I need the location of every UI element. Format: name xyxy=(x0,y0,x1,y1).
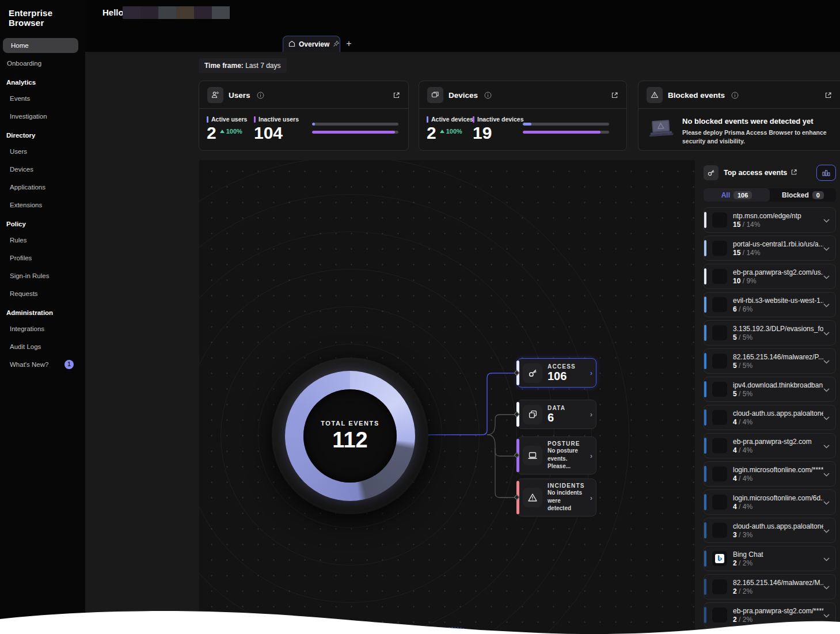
sidebar-item-label: Extensions xyxy=(10,202,42,208)
chevron-down-icon[interactable] xyxy=(823,299,835,310)
node-card-posture[interactable]: POSTURENo posture events. Please...› xyxy=(517,436,596,474)
event-domain: ipv4.download.thinkbroadban... xyxy=(733,381,823,389)
chevron-down-icon[interactable] xyxy=(823,271,835,282)
warning-icon xyxy=(647,87,663,103)
access-event-row[interactable]: login.microsoftonline.com/****4 / 4% xyxy=(704,461,836,487)
access-event-row[interactable]: Bing Chat2 / 2% xyxy=(704,546,836,571)
favicon-placeholder xyxy=(712,212,727,227)
access-event-row[interactable]: ntp.msn.com/edge/ntp15 / 14% xyxy=(704,207,836,233)
external-link-icon[interactable] xyxy=(393,92,400,99)
access-event-row[interactable]: 3.135.192.3/DLP/evasions_fo...5 / 5% xyxy=(704,320,836,346)
active-users-value: 2 xyxy=(207,124,216,142)
sidebar-item-home[interactable]: Home xyxy=(3,38,78,53)
topbar: Hello, Overview + xyxy=(85,0,840,52)
event-count: 4 / 4% xyxy=(733,446,812,454)
inactive-users-label: Inactive users xyxy=(259,116,299,123)
tab-overview[interactable]: Overview xyxy=(283,36,340,52)
info-icon[interactable] xyxy=(731,92,739,99)
access-event-row[interactable]: evil-rbi.s3-website-us-west-1....6 / 6% xyxy=(704,292,836,317)
chevron-down-icon[interactable] xyxy=(823,525,835,536)
active-devices-bar xyxy=(523,123,531,126)
chevron-right-icon: › xyxy=(590,451,592,460)
node-card-incidents[interactable]: INCIDENTSNo incidents were detected› xyxy=(517,479,596,517)
sidebar-item-label: Rules xyxy=(10,237,26,244)
active-marker xyxy=(427,116,428,123)
external-link-icon[interactable] xyxy=(611,92,618,99)
favicon-placeholder xyxy=(712,297,727,312)
chevron-down-icon[interactable] xyxy=(823,412,835,423)
laptop-illustration xyxy=(648,117,674,142)
sidebar-item-what-s-new-[interactable]: 1What's New? xyxy=(0,356,85,373)
sidebar-item-requests[interactable]: Requests xyxy=(0,286,85,302)
access-event-row[interactable]: cloud-auth.us.apps.paloaltone...3 / 3% xyxy=(704,518,836,543)
chevron-down-icon[interactable] xyxy=(823,384,835,394)
devices-bars xyxy=(523,123,609,134)
sidebar-item-investigation[interactable]: Investigation xyxy=(0,108,85,124)
event-count: 5 / 5% xyxy=(733,390,823,398)
info-icon[interactable] xyxy=(484,92,492,99)
sidebar-item-onboarding[interactable]: Onboarding xyxy=(0,55,85,71)
sidebar-item-sign-in-rules[interactable]: Sign-in Rules xyxy=(0,268,85,284)
timeframe-chip[interactable]: Time frame: Last 7 days xyxy=(199,58,287,73)
sidebar-item-applications[interactable]: Applications xyxy=(0,179,85,195)
tab-overview-label: Overview xyxy=(299,40,329,48)
active-users-stat: Active users 2 100% xyxy=(207,116,247,142)
access-event-row[interactable]: 82.165.215.146/malwarez/P...5 / 5% xyxy=(704,348,836,374)
users-icon xyxy=(207,87,223,103)
info-icon[interactable] xyxy=(257,92,264,99)
inactive-marker xyxy=(254,116,256,123)
access-event-row[interactable]: eb-pra.panwpra-stg2.com4 / 4% xyxy=(704,433,836,458)
tab-all[interactable]: All 106 xyxy=(704,188,770,202)
sidebar-item-label: Devices xyxy=(10,166,33,173)
sidebar-item-extensions[interactable]: Extensions xyxy=(0,197,85,213)
devices-card: Devices Active devices 2 100% Inactive d… xyxy=(419,81,627,151)
bar-chart-toggle-button[interactable] xyxy=(816,165,836,181)
tab-blocked[interactable]: Blocked 0 xyxy=(770,188,836,202)
event-count: 4 / 4% xyxy=(733,474,823,483)
sidebar-item-integrations[interactable]: Integrations xyxy=(0,321,85,337)
sidebar-item-devices[interactable]: Devices xyxy=(0,161,85,177)
key-icon xyxy=(704,165,719,180)
redacted-username xyxy=(123,6,230,19)
access-event-row[interactable]: eb-pra.panwpra-stg2.com/us...10 / 9% xyxy=(704,264,836,289)
chevron-down-icon[interactable] xyxy=(823,497,835,507)
event-count: 4 / 4% xyxy=(733,503,823,511)
event-domain: login.microsoftonline.com/6d... xyxy=(733,494,823,502)
chevron-down-icon[interactable] xyxy=(823,215,835,225)
chevron-down-icon[interactable] xyxy=(823,553,835,564)
chevron-down-icon[interactable] xyxy=(823,328,835,338)
event-count: 5 / 5% xyxy=(733,333,823,341)
node-card-access[interactable]: ACCESS106› xyxy=(517,358,596,388)
sidebar-item-label: Users xyxy=(10,148,27,155)
event-count: 10 / 9% xyxy=(733,277,823,285)
sidebar-item-users[interactable]: Users xyxy=(0,143,85,160)
access-event-row[interactable]: ipv4.download.thinkbroadban...5 / 5% xyxy=(704,377,836,402)
chevron-down-icon[interactable] xyxy=(823,582,835,592)
sidebar-item-profiles[interactable]: Profiles xyxy=(0,250,85,266)
external-link-icon[interactable] xyxy=(790,169,797,177)
event-domain: eb-pra.panwpra-stg2.com xyxy=(733,438,812,446)
access-event-row[interactable]: login.microsoftonline.com/6d...4 / 4% xyxy=(704,489,836,515)
inactive-marker xyxy=(473,116,474,123)
new-tab-button[interactable]: + xyxy=(340,36,358,52)
sidebar-item-rules[interactable]: Rules xyxy=(0,232,85,248)
donut-center: TOTAL EVENTS 112 xyxy=(303,389,397,483)
blocked-count-badge: 0 xyxy=(812,191,824,199)
access-event-row[interactable]: 82.165.215.146/malwarez/M...2 / 2% xyxy=(704,574,836,599)
chevron-down-icon[interactable] xyxy=(823,356,835,366)
access-event-row[interactable]: cloud-auth.us.apps.paloaltone...4 / 4% xyxy=(704,405,836,430)
pin-icon[interactable] xyxy=(333,39,340,50)
node-card-data[interactable]: DATA6› xyxy=(517,400,596,429)
chevron-down-icon[interactable] xyxy=(823,243,835,253)
chevron-down-icon[interactable] xyxy=(823,469,835,479)
favicon-placeholder xyxy=(712,410,727,425)
inactive-devices-stat: Inactive devices 19 xyxy=(473,116,524,142)
external-link-icon[interactable] xyxy=(824,92,832,99)
chevron-down-icon[interactable] xyxy=(823,441,835,451)
devices-icon xyxy=(427,87,443,103)
event-domain: ntp.msn.com/edge/ntp xyxy=(733,212,801,220)
bottom-wave-decoration xyxy=(0,599,840,634)
sidebar-item-audit-logs[interactable]: Audit Logs xyxy=(0,339,85,355)
access-event-row[interactable]: portal-us-central1.rbi.io/us/a...15 / 14… xyxy=(704,236,836,261)
sidebar-item-events[interactable]: Events xyxy=(0,90,85,107)
